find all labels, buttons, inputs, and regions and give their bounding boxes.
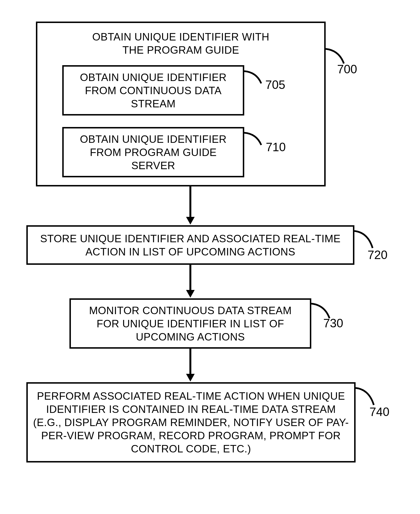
label-710: 710 xyxy=(266,140,286,154)
box-710-text: OBTAIN UNIQUE IDENTIFIER FROM PROGRAM GU… xyxy=(69,132,237,172)
flow-box-705: OBTAIN UNIQUE IDENTIFIER FROM CONTINUOUS… xyxy=(62,65,244,115)
flow-box-740: PERFORM ASSOCIATED REAL-TIME ACTION WHEN… xyxy=(26,382,356,462)
arrow-head-730-to-740 xyxy=(186,374,195,382)
box-700-title: OBTAIN UNIQUE IDENTIFIER WITH THE PROGRA… xyxy=(91,30,270,57)
arrow-head-720-to-730 xyxy=(186,290,195,298)
arrow-700-to-720 xyxy=(189,186,191,218)
label-705: 705 xyxy=(265,78,285,92)
box-730-text: MONITOR CONTINUOUS DATA STREAM FOR UNIQU… xyxy=(79,304,302,343)
flow-box-730: MONITOR CONTINUOUS DATA STREAM FOR UNIQU… xyxy=(69,298,311,349)
flow-box-710: OBTAIN UNIQUE IDENTIFIER FROM PROGRAM GU… xyxy=(62,127,244,177)
arrow-head-700-to-720 xyxy=(186,217,195,224)
box-740-text: PERFORM ASSOCIATED REAL-TIME ACTION WHEN… xyxy=(32,389,350,455)
box-720-text: STORE UNIQUE IDENTIFIER AND ASSOCIATED R… xyxy=(32,232,348,258)
label-730: 730 xyxy=(323,316,343,330)
label-740: 740 xyxy=(369,405,389,419)
label-720: 720 xyxy=(368,248,387,262)
arrow-720-to-730 xyxy=(189,265,191,291)
flow-box-720: STORE UNIQUE IDENTIFIER AND ASSOCIATED R… xyxy=(26,225,354,265)
box-705-text: OBTAIN UNIQUE IDENTIFIER FROM CONTINUOUS… xyxy=(69,71,237,110)
arrow-730-to-740 xyxy=(189,349,191,375)
label-700: 700 xyxy=(337,62,357,76)
